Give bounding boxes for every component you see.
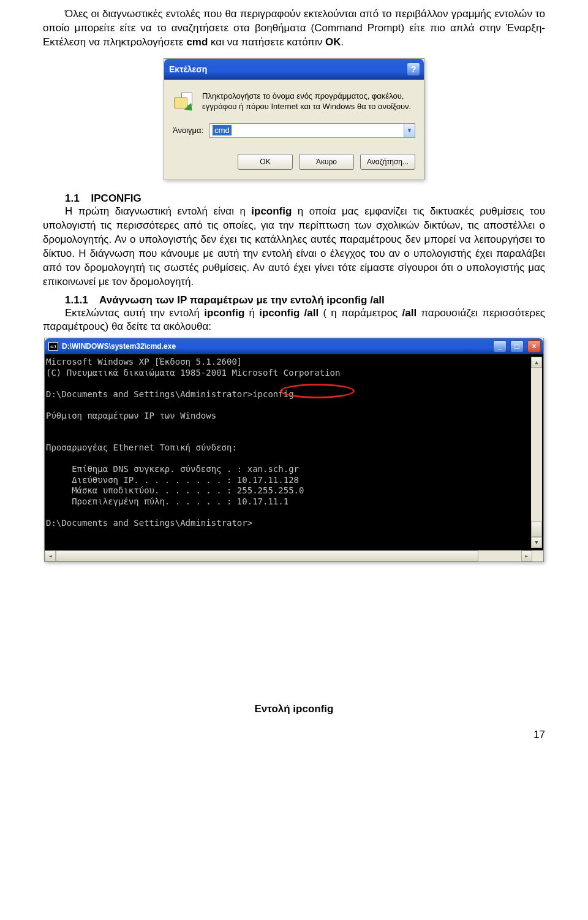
cmd-titlebar: c:\ D:\WINDOWS\system32\cmd.exe _ □ ×	[45, 338, 543, 354]
section-title: IPCONFIG	[91, 192, 141, 204]
vertical-scrollbar[interactable]: ▲ ▼	[531, 357, 542, 548]
page-number: 17	[43, 729, 545, 741]
cmd-gateway: Προεπιλεγμένη πύλη. . . . . . : 10.17.11…	[46, 496, 288, 506]
close-button[interactable]: ×	[527, 340, 541, 352]
document-page: Όλες οι διαγνωστικές εντολές που θα περι…	[0, 0, 588, 753]
cmd-dns: Επίθημα DNS συγκεκρ. σύνδεσης . : xan.sc…	[46, 464, 299, 474]
body-2b: ή	[244, 307, 259, 319]
scroll-thumb[interactable]	[531, 521, 542, 537]
run-title-text: Εκτέλεση	[169, 64, 207, 74]
ipconfig-word: ipconfig	[251, 205, 292, 217]
cmd-line-1: Microsoft Windows XP [Έκδοση 5.1.2600]	[46, 357, 242, 367]
ipconfig-word-2: ipconfig	[204, 307, 244, 319]
ipconfig-all-paragraph: Εκτελώντας αυτή την εντολή ipconfig ή ip…	[43, 306, 545, 335]
run-titlebar: Εκτέλεση ?	[164, 59, 424, 80]
chevron-down-icon[interactable]: ▼	[404, 124, 415, 137]
cmd-heading: Ρύθμιση παραμέτρων IP των Windows	[46, 411, 216, 420]
hscroll-thumb[interactable]	[56, 550, 478, 561]
cmd-prompt-2: D:\Documents and Settings\Administrator>	[46, 518, 252, 528]
cmd-word: cmd	[186, 36, 208, 48]
scroll-up-icon[interactable]: ▲	[531, 357, 542, 368]
subsection-number: 1.1.1	[65, 294, 88, 306]
help-button[interactable]: ?	[407, 63, 420, 76]
run-dialog: Εκτέλεση ? Πληκτρολογήστε το όνομα ενός …	[164, 58, 424, 180]
section-number: 1.1	[65, 192, 80, 204]
cmd-ip: Διεύθυνση IP. . . . . . . . . : 10.17.11…	[46, 475, 299, 485]
horizontal-scrollbar[interactable]: ◄ ►	[45, 550, 543, 561]
ok-word: OK	[325, 36, 341, 48]
body-1b: η οποία μας εμφανίζει τις δικτυακές ρυθμ…	[43, 205, 545, 287]
intro-text-b: και να πατήσετε κατόπιν	[208, 36, 325, 48]
open-value: cmd	[213, 125, 232, 135]
scroll-corner	[532, 550, 543, 561]
scroll-left-icon[interactable]: ◄	[45, 550, 56, 561]
ipconfig-all-word: ipconfig /all	[259, 307, 318, 319]
cmd-line-2: (C) Πνευματικά δικαιώματα 1985-2001 Micr…	[46, 368, 340, 378]
scroll-track[interactable]	[531, 368, 542, 521]
maximize-button[interactable]: □	[510, 340, 524, 352]
body-2c: ( η παράμετρος	[318, 307, 402, 319]
subsection-title: Ανάγνωση των IP παραμέτρων με την εντολή…	[99, 294, 385, 306]
ipconfig-paragraph: Η πρώτη διαγνωστική εντολή είναι η ipcon…	[43, 205, 545, 289]
intro-text-c: .	[341, 36, 344, 48]
run-description: Πληκτρολογήστε το όνομα ενός προγράμματο…	[202, 91, 415, 112]
cmd-output: Microsoft Windows XP [Έκδοση 5.1.2600] (…	[45, 354, 543, 550]
ok-button[interactable]: OK	[238, 154, 293, 170]
intro-paragraph: Όλες οι διαγνωστικές εντολές που θα περι…	[43, 7, 545, 50]
minimize-button[interactable]: _	[493, 340, 507, 352]
open-label: Άνοιγμα:	[173, 126, 203, 135]
cmd-mask: Μάσκα υποδικτύου. . . . . . . : 255.255.…	[46, 485, 304, 495]
body-2a: Εκτελώντας αυτή την εντολή	[65, 307, 204, 319]
cmd-title-text: D:\WINDOWS\system32\cmd.exe	[62, 342, 489, 351]
cmd-text: Microsoft Windows XP [Έκδοση 5.1.2600] (…	[46, 357, 531, 548]
open-combobox[interactable]: cmd ▼	[209, 123, 415, 138]
run-icon	[173, 93, 195, 111]
run-body: Πληκτρολογήστε το όνομα ενός προγράμματο…	[164, 80, 424, 180]
browse-button[interactable]: Αναζήτηση...	[360, 154, 415, 170]
cancel-button[interactable]: Άκυρο	[299, 154, 354, 170]
scroll-right-icon[interactable]: ►	[521, 550, 532, 561]
subsection-heading: 1.1.1 Ανάγνωση των IP παραμέτρων με την …	[65, 294, 545, 306]
section-heading: 1.1 IPCONFIG	[65, 192, 545, 205]
body-1a: Η πρώτη διαγνωστική εντολή είναι η	[65, 205, 251, 217]
scroll-down-icon[interactable]: ▼	[531, 537, 542, 548]
all-flag-word: /all	[402, 307, 417, 319]
cmd-prompt-1: D:\Documents and Settings\Administrator>…	[46, 389, 294, 399]
figure-caption: Εντολή ipconfig	[43, 703, 545, 715]
cmd-icon: c:\	[48, 342, 58, 351]
cmd-window: c:\ D:\WINDOWS\system32\cmd.exe _ □ × Mi…	[44, 338, 544, 562]
cmd-adapter: Προσαρμογέας Ethernet Τοπική σύνδεση:	[46, 443, 237, 452]
